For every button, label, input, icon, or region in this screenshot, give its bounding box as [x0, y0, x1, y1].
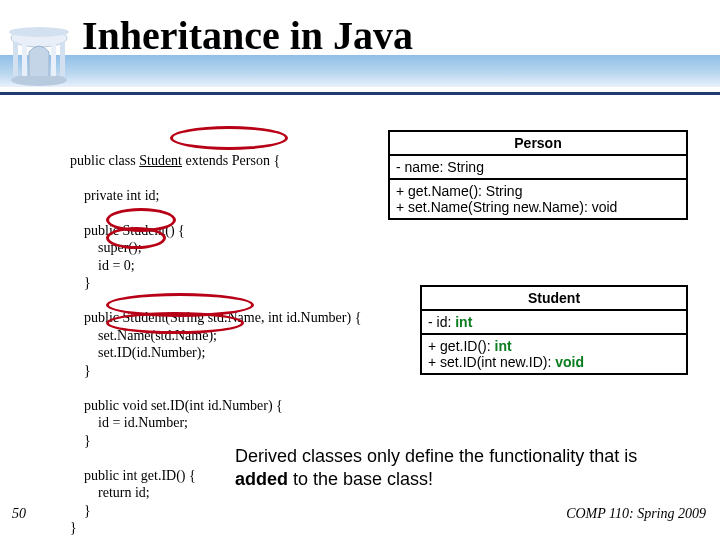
code-line: super(); — [70, 240, 142, 255]
uml-student-attr: - id: int — [422, 311, 686, 335]
svg-rect-3 — [13, 42, 18, 76]
code-line: return id; — [70, 485, 150, 500]
uml-student-box: Student - id: int + get.ID(): int + set.… — [420, 285, 688, 375]
svg-rect-6 — [60, 42, 65, 76]
slide-number: 50 — [12, 506, 26, 522]
svg-point-2 — [9, 27, 69, 37]
code-line: id = id.Number; — [70, 415, 188, 430]
uml-person-attr: - name: String — [390, 156, 686, 180]
header-band — [0, 55, 720, 87]
slide-logo — [6, 22, 72, 88]
code-line: id = 0; — [70, 258, 135, 273]
uml-student-title: Student — [422, 287, 686, 311]
code-line: } — [70, 433, 91, 448]
uml-person-box: Person - name: String + get.Name(): Stri… — [388, 130, 688, 220]
code-line: } — [70, 275, 91, 290]
code-line: public Student() { — [70, 223, 185, 238]
uml-person-m2: + set.Name(String new.Name): void — [396, 199, 680, 215]
code-line: private int id; — [70, 188, 159, 203]
header-rule — [0, 92, 720, 95]
svg-rect-5 — [51, 42, 56, 76]
course-label: COMP 110: Spring 2009 — [566, 506, 706, 522]
slide-title: Inheritance in Java — [82, 12, 413, 59]
code-line: public int get.ID() { — [70, 468, 196, 483]
uml-student-m2: + set.ID(int new.ID): void — [428, 354, 680, 370]
uml-student-m1: + get.ID(): int — [428, 338, 680, 354]
code-line: } — [70, 363, 91, 378]
uml-student-methods: + get.ID(): int + set.ID(int new.ID): vo… — [422, 335, 686, 373]
code-line: set.ID(id.Number); — [70, 345, 205, 360]
uml-person-m1: + get.Name(): String — [396, 183, 680, 199]
code-line: public void set.ID(int id.Number) { — [70, 398, 283, 413]
uml-person-methods: + get.Name(): String + set.Name(String n… — [390, 180, 686, 218]
code-line: } — [70, 520, 77, 535]
svg-rect-4 — [22, 42, 27, 76]
code-line: public class Student extends Person { — [70, 153, 280, 168]
code-line: set.Name(std.Name); — [70, 328, 217, 343]
summary-text: Derived classes only define the function… — [235, 445, 695, 490]
uml-person-title: Person — [390, 132, 686, 156]
code-line: } — [70, 503, 91, 518]
code-line: public Student(String std.Name, int id.N… — [70, 310, 361, 325]
